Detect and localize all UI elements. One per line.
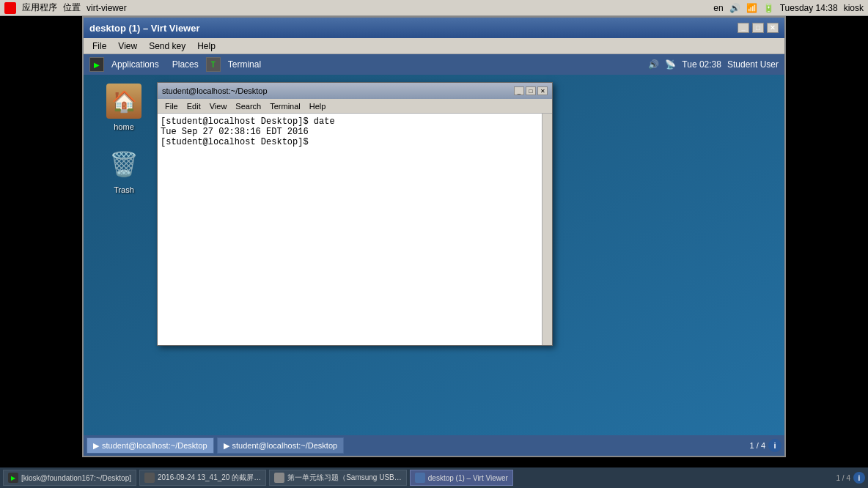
host-time: Tuesday 14:38 xyxy=(780,3,838,13)
virt-viewer-window: desktop (1) – Virt Viewer _ □ ✕ File Vie… xyxy=(82,16,786,457)
vm-taskbar: ▶ student@localhost:~/Desktop ▶ student@… xyxy=(84,435,784,456)
terminal-line2: Tue Sep 27 02:38:16 EDT 2016 xyxy=(161,127,539,137)
virt-menu-sendkey[interactable]: Send key xyxy=(143,40,191,53)
virt-menu-help[interactable]: Help xyxy=(191,40,221,53)
host-kiosk: kiosk xyxy=(844,3,864,13)
virt-viewer-titlebar-controls: _ □ ✕ xyxy=(738,23,779,33)
home-icon-image xyxy=(106,84,141,119)
host-topbar: 应用程序 位置 virt-viewer en 🔊 📶 🔋 Tuesday 14:… xyxy=(0,0,868,16)
trash-icon-image xyxy=(106,147,141,182)
desktop-icons: home Trash xyxy=(98,84,150,195)
terminal-scrollbar[interactable] xyxy=(542,114,552,345)
vm-taskbar-icon2: ▶ xyxy=(224,441,229,451)
terminal-menu-search[interactable]: Search xyxy=(231,101,265,111)
terminal-menu-view[interactable]: View xyxy=(205,101,232,111)
host-task-icon4 xyxy=(415,473,425,483)
terminal-content[interactable]: [student@localhost Desktop]$ date Tue Se… xyxy=(158,114,542,345)
terminal-menubar: File Edit View Search Terminal Help xyxy=(158,99,552,114)
host-task-icon3 xyxy=(274,473,284,483)
vm-user[interactable]: Student User xyxy=(727,59,779,70)
terminal-titlebar-buttons: _ □ ✕ xyxy=(514,86,548,95)
virt-menu-file[interactable]: File xyxy=(87,40,112,53)
terminal-window: student@localhost:~/Desktop _ □ ✕ File E… xyxy=(157,82,553,346)
terminal-menu-terminal[interactable]: Terminal xyxy=(265,101,305,111)
vm-places[interactable]: Places xyxy=(166,58,205,71)
vm-terminal-icon[interactable]: T xyxy=(206,57,221,72)
virt-viewer-titlebar: desktop (1) – Virt Viewer _ □ ✕ xyxy=(84,18,784,38)
vm-terminal-label[interactable]: Terminal xyxy=(222,58,267,71)
host-audio-icon: 🔊 xyxy=(729,3,740,13)
vm-taskbar-label1: student@localhost:~/Desktop xyxy=(102,441,207,450)
vm-audio-icon: 🔊 xyxy=(648,59,659,70)
vm-panel-right: 🔊 📡 Tue 02:38 Student User xyxy=(648,59,779,70)
host-app2[interactable]: 位置 xyxy=(63,1,81,14)
terminal-maximize-button[interactable]: □ xyxy=(526,86,536,95)
host-task-item1[interactable]: ▶ [kiosk@foundation167:~/Desktop] xyxy=(3,470,136,486)
host-topbar-right: en 🔊 📶 🔋 Tuesday 14:38 kiosk xyxy=(713,3,864,13)
trash-icon-label: Trash xyxy=(111,185,136,195)
vm-taskbar-item1[interactable]: ▶ student@localhost:~/Desktop xyxy=(87,437,214,454)
host-task-item4[interactable]: desktop (1) – Virt Viewer xyxy=(410,470,513,486)
host-task-label4: desktop (1) – Virt Viewer xyxy=(428,474,508,482)
home-icon[interactable]: home xyxy=(98,84,150,132)
vm-taskbar-icon1: ▶ xyxy=(93,441,99,451)
host-app-icon xyxy=(4,2,16,14)
terminal-titlebar: student@localhost:~/Desktop _ □ ✕ xyxy=(158,83,552,99)
terminal-title: student@localhost:~/Desktop xyxy=(162,86,268,95)
terminal-line3: [student@localhost Desktop]$ xyxy=(161,137,539,147)
vm-desktop: ▶ Applications Places T Terminal 🔊 📡 Tue… xyxy=(84,54,784,456)
host-bottombar: ▶ [kiosk@foundation167:~/Desktop] 2016-0… xyxy=(0,467,868,488)
terminal-line1: [student@localhost Desktop]$ date xyxy=(161,117,539,127)
terminal-close-button[interactable]: ✕ xyxy=(537,86,548,95)
host-network-icon: 📶 xyxy=(746,3,757,13)
vm-panel: ▶ Applications Places T Terminal 🔊 📡 Tue… xyxy=(84,54,784,75)
host-lang: en xyxy=(713,3,723,13)
virt-maximize-button[interactable]: □ xyxy=(752,23,764,33)
host-battery-icon: 🔋 xyxy=(763,3,774,13)
host-task-label2: 2016-09-24 13_41_20 的截屏… xyxy=(158,473,261,483)
home-icon-label: home xyxy=(111,122,136,132)
virt-minimize-button[interactable]: _ xyxy=(738,23,749,33)
vm-taskbar-item2[interactable]: ▶ student@localhost:~/Desktop xyxy=(217,437,345,454)
host-app3[interactable]: virt-viewer xyxy=(87,3,127,13)
vm-taskbar-info-button[interactable]: i xyxy=(768,439,781,452)
vm-network-icon: 📡 xyxy=(665,59,676,70)
terminal-menu-edit[interactable]: Edit xyxy=(183,101,205,111)
terminal-menu-help[interactable]: Help xyxy=(305,101,331,111)
host-task-label1: [kiosk@foundation167:~/Desktop] xyxy=(21,474,131,482)
host-task-label3: 第一单元练习题（Samsung USB… xyxy=(287,473,402,483)
host-task-icon2 xyxy=(144,473,155,483)
host-topbar-left: 应用程序 位置 virt-viewer xyxy=(4,1,127,14)
trash-icon[interactable]: Trash xyxy=(98,147,150,195)
virt-close-button[interactable]: ✕ xyxy=(767,23,779,33)
host-task-item2[interactable]: 2016-09-24 13_41_20 的截屏… xyxy=(139,470,266,486)
host-app1[interactable]: 应用程序 xyxy=(22,1,57,14)
vm-time: Tue 02:38 xyxy=(682,59,721,70)
vm-terminal-panel-icon: ▶ xyxy=(89,57,104,72)
virt-menu-view[interactable]: View xyxy=(112,40,143,53)
host-task-icon1: ▶ xyxy=(8,473,18,483)
vm-taskbar-label2: student@localhost:~/Desktop xyxy=(232,441,338,450)
terminal-minimize-button[interactable]: _ xyxy=(514,86,524,95)
vm-applications[interactable]: Applications xyxy=(106,58,165,71)
host-task-item3[interactable]: 第一单元练习题（Samsung USB… xyxy=(269,470,407,486)
vm-panel-left: ▶ Applications Places T Terminal xyxy=(89,57,267,72)
virt-menubar: File View Send key Help xyxy=(84,38,784,54)
virt-viewer-title: desktop (1) – Virt Viewer xyxy=(89,23,200,34)
terminal-with-scroll: [student@localhost Desktop]$ date Tue Se… xyxy=(158,114,552,345)
vm-taskbar-counter: 1 / 4 xyxy=(750,441,765,450)
host-info-button[interactable]: i xyxy=(853,472,865,484)
terminal-menu-file[interactable]: File xyxy=(161,101,183,111)
host-counter: 1 / 4 xyxy=(836,474,850,482)
